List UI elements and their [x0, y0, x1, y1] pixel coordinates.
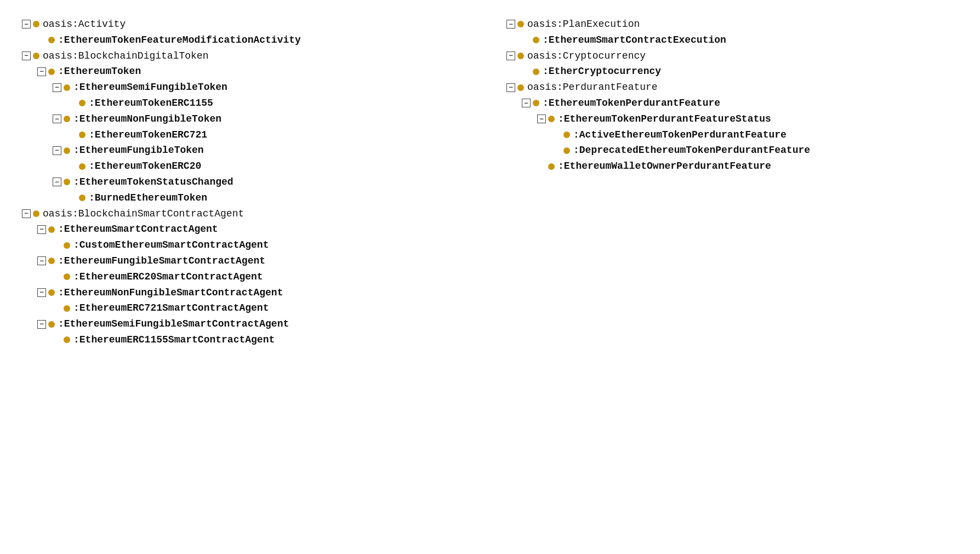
node-label: oasis:Cryptocurrency [527, 48, 646, 64]
list-item: :EthereumWalletOwnerPerdurantFeature [506, 158, 958, 174]
list-item: −:EthereumFungibleToken [22, 142, 474, 158]
list-item: :EthereumTokenFeatureModificationActivit… [22, 32, 474, 48]
collapse-icon[interactable]: − [22, 52, 31, 60]
node-label: :DeprecatedEthereumTokenPerdurantFeature [573, 142, 810, 158]
list-item: :EthereumERC1155SmartContractAgent [22, 332, 474, 348]
collapse-icon[interactable]: − [37, 288, 46, 297]
collapse-icon[interactable]: − [53, 83, 61, 92]
collapse-icon[interactable]: − [22, 209, 31, 218]
node-label: :EthereumERC721SmartContractAgent [73, 300, 269, 316]
list-item: −:EthereumNonFungibleToken [22, 111, 474, 127]
node-dot [48, 226, 55, 233]
node-dot [79, 100, 86, 106]
node-label: :BurnedEthereumToken [89, 190, 207, 206]
node-dot [548, 116, 555, 122]
node-dot [48, 68, 55, 75]
node-dot [79, 195, 86, 201]
node-label: :EthereumTokenFeatureModificationActivit… [58, 32, 301, 48]
list-item: :CustomEthereumSmartContractAgent [22, 237, 474, 253]
node-dot [64, 179, 70, 185]
collapse-icon[interactable]: − [53, 178, 61, 186]
list-item: :ActiveEthereumTokenPerdurantFeature [506, 127, 958, 143]
node-label: :EthereumTokenERC1155 [89, 95, 213, 111]
node-dot [48, 289, 55, 296]
node-dot [533, 37, 539, 43]
node-dot [517, 53, 524, 59]
list-item: :EthereumTokenERC20 [22, 158, 474, 174]
node-label: :EthereumWalletOwnerPerdurantFeature [558, 158, 771, 174]
node-dot [64, 336, 70, 343]
node-label: :EthereumTokenPerdurantFeature [543, 95, 720, 111]
node-dot [548, 163, 555, 170]
list-item: −oasis:Cryptocurrency [506, 48, 958, 64]
node-label: :ActiveEthereumTokenPerdurantFeature [573, 127, 787, 143]
node-label: :EtherCryptocurrency [543, 64, 661, 79]
node-dot [563, 132, 570, 138]
list-item: −:EthereumSemiFungibleSmartContractAgent [22, 316, 474, 332]
list-item: :EthereumTokenERC721 [22, 127, 474, 143]
node-dot [79, 163, 86, 170]
node-label: :EthereumTokenPerdurantFeatureStatus [558, 111, 771, 127]
list-item: :EthereumERC20SmartContractAgent [22, 269, 474, 285]
node-dot [33, 53, 39, 59]
node-dot [64, 84, 70, 91]
node-label: oasis:BlockchainDigitalToken [43, 48, 208, 64]
collapse-icon[interactable]: − [22, 20, 31, 28]
right-tree-column: −oasis:PlanExecution:EthereumSmartContra… [506, 16, 958, 348]
node-label: :EthereumSemiFungibleSmartContractAgent [58, 316, 289, 332]
node-label: oasis:Activity [43, 16, 126, 32]
list-item: :BurnedEthereumToken [22, 190, 474, 206]
left-tree-column: −oasis:Activity:EthereumTokenFeatureModi… [22, 16, 474, 348]
collapse-icon[interactable]: − [53, 115, 61, 123]
list-item: :EtherCryptocurrency [506, 64, 958, 79]
node-dot [64, 305, 70, 312]
list-item: −oasis:BlockchainDigitalToken [22, 48, 474, 64]
list-item: :EthereumSmartContractExecution [506, 32, 958, 48]
node-dot [517, 84, 524, 91]
list-item: −:EthereumTokenStatusChanged [22, 174, 474, 190]
node-dot [48, 37, 55, 43]
list-item: −:EthereumSmartContractAgent [22, 221, 474, 237]
node-dot [64, 242, 70, 249]
node-label: :EthereumERC1155SmartContractAgent [73, 332, 275, 348]
collapse-icon[interactable]: − [37, 67, 46, 76]
list-item: −oasis:PerdurantFeature [506, 79, 958, 95]
list-item: :EthereumTokenERC1155 [22, 95, 474, 111]
node-label: :EthereumERC20SmartContractAgent [73, 269, 263, 285]
collapse-icon[interactable]: − [537, 115, 546, 123]
list-item: −:EthereumFungibleSmartContractAgent [22, 253, 474, 269]
collapse-icon[interactable]: − [37, 225, 46, 234]
collapse-icon[interactable]: − [506, 20, 515, 28]
node-dot [33, 210, 39, 217]
list-item: −:EthereumToken [22, 64, 474, 79]
node-label: :EthereumSmartContractExecution [543, 32, 726, 48]
node-label: :EthereumToken [58, 64, 141, 79]
node-label: :EthereumTokenERC20 [89, 158, 201, 174]
node-label: :EthereumTokenStatusChanged [73, 174, 233, 190]
node-dot [79, 132, 86, 138]
node-dot [48, 258, 55, 264]
collapse-icon[interactable]: − [506, 83, 515, 92]
node-dot [48, 321, 55, 328]
list-item: −:EthereumTokenPerdurantFeatureStatus [506, 111, 958, 127]
node-dot [517, 21, 524, 27]
node-label: :EthereumSmartContractAgent [58, 221, 218, 237]
node-label: :EthereumNonFungibleToken [73, 111, 221, 127]
list-item: −oasis:BlockchainSmartContractAgent [22, 206, 474, 222]
list-item: −:EthereumTokenPerdurantFeature [506, 95, 958, 111]
collapse-icon[interactable]: − [37, 256, 46, 265]
collapse-icon[interactable]: − [522, 99, 531, 107]
node-label: :EthereumFungibleSmartContractAgent [58, 253, 265, 269]
collapse-icon[interactable]: − [37, 320, 46, 329]
node-label: :EthereumNonFungibleSmartContractAgent [58, 285, 283, 301]
list-item: :DeprecatedEthereumTokenPerdurantFeature [506, 142, 958, 158]
node-dot [64, 147, 70, 154]
collapse-icon[interactable]: − [53, 146, 61, 155]
node-dot [33, 21, 39, 27]
node-label: :EthereumSemiFungibleToken [73, 79, 227, 95]
node-label: oasis:PlanExecution [527, 16, 640, 32]
list-item: −:EthereumNonFungibleSmartContractAgent [22, 285, 474, 301]
node-label: :CustomEthereumSmartContractAgent [73, 237, 269, 253]
node-label: :EthereumFungibleToken [73, 142, 204, 158]
collapse-icon[interactable]: − [506, 52, 515, 60]
